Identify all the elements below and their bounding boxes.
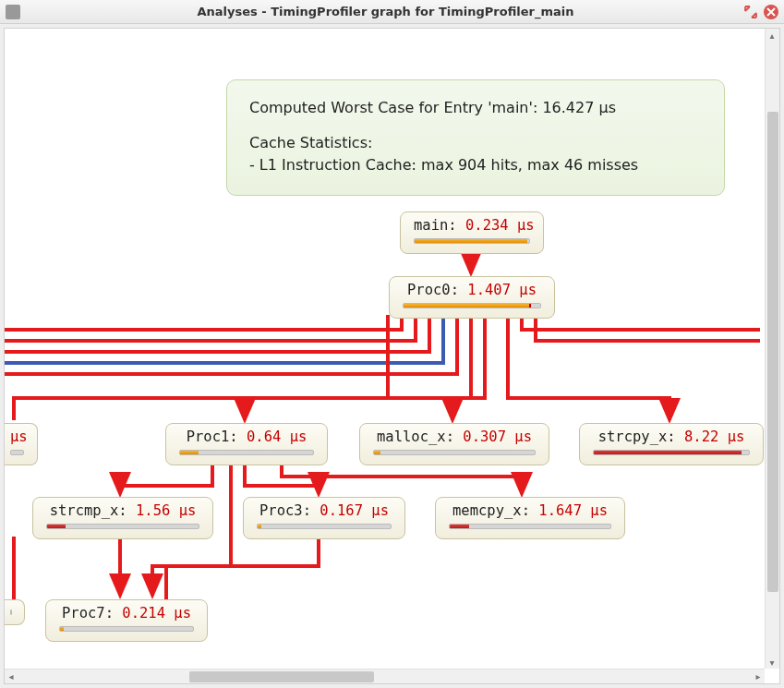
node-proc1[interactable]: Proc1: 0.64 µs [165,423,328,465]
node-label: strcmp_x [50,502,119,519]
node-mallocx[interactable]: malloc_x: 0.307 µs [359,423,549,465]
close-icon [766,7,776,17]
node-value: 0.167 µs [320,502,389,519]
node-value: µs [10,428,28,445]
node-value: 1.647 µs [538,502,608,519]
content-frame: Computed Worst Case for Entry 'main': 16… [4,28,780,684]
vertical-scrollbar[interactable]: ▴ ▾ [765,29,779,669]
scroll-right-icon: ▸ [752,670,765,682]
node-strcmpx[interactable]: strcmp_x: 1.56 µs [32,497,213,539]
node-main[interactable]: main: 0.234 µs [400,211,544,254]
node-strcpyx[interactable]: strcpy_x: 8.22 µs [579,423,764,465]
horizontal-scrollbar[interactable]: ◂ ▸ [5,669,765,683]
node-bar [46,524,199,529]
node-bar [10,450,24,455]
node-bar [449,524,611,529]
node-bar [403,303,541,308]
node-label: main [414,217,448,234]
worst-case-text: Computed Worst Case for Entry 'main': 16… [249,97,702,119]
node-proc7[interactable]: Proc7: 0.214 µs [45,599,208,642]
node-clipped-bottom-left[interactable] [5,599,25,625]
node-proc0[interactable]: Proc0: 1.407 µs [389,276,555,319]
node-memcpyx[interactable]: memcpy_x: 1.647 µs [435,497,625,539]
window-controls [743,5,778,19]
node-bar [10,610,12,615]
titlebar: Analyses - TimingProfiler graph for Timi… [0,0,784,24]
summary-box: Computed Worst Case for Entry 'main': 16… [226,79,725,196]
node-bar [414,238,530,244]
hscroll-thumb[interactable] [189,671,374,682]
node-proc3[interactable]: Proc3: 0.167 µs [243,497,405,539]
window-title: Analyses - TimingProfiler graph for Timi… [28,5,743,18]
node-value: 1.56 µs [136,502,196,519]
vscroll-thumb[interactable] [767,112,778,592]
node-value: 0.307 µs [463,428,532,445]
maximize-icon [744,6,757,18]
node-value: 0.234 µs [465,217,535,234]
node-value: 0.214 µs [122,605,191,622]
node-label: Proc1 [187,428,230,445]
scroll-up-icon: ▴ [766,29,778,42]
node-label: memcpy_x [452,502,522,519]
node-value: 0.64 µs [247,428,307,445]
graph-canvas[interactable]: Computed Worst Case for Entry 'main': 16… [5,29,760,666]
node-bar [59,626,194,632]
node-label: Proc0 [407,282,451,298]
scroll-down-icon: ▾ [766,656,778,669]
app-icon [6,5,20,19]
scroll-left-icon: ◂ [5,670,18,682]
node-bar [593,450,750,455]
node-label: Proc7 [62,605,105,622]
cache-stats-title: Cache Statistics: [249,132,702,154]
cache-stats-l1: - L1 Instruction Cache: max 904 hits, ma… [249,154,702,176]
node-label: Proc3 [259,502,303,519]
node-value: 8.22 µs [684,428,744,445]
node-clipped-left[interactable]: µs [5,423,38,465]
app-window: Analyses - TimingProfiler graph for Timi… [0,0,784,688]
node-bar [373,450,536,455]
node-bar [257,524,392,529]
node-bar [179,450,314,455]
node-value: 1.407 µs [467,282,537,298]
node-label: malloc_x [377,428,446,445]
node-label: strcpy_x [598,428,668,445]
close-button[interactable] [764,5,778,19]
maximize-button[interactable] [743,5,758,19]
